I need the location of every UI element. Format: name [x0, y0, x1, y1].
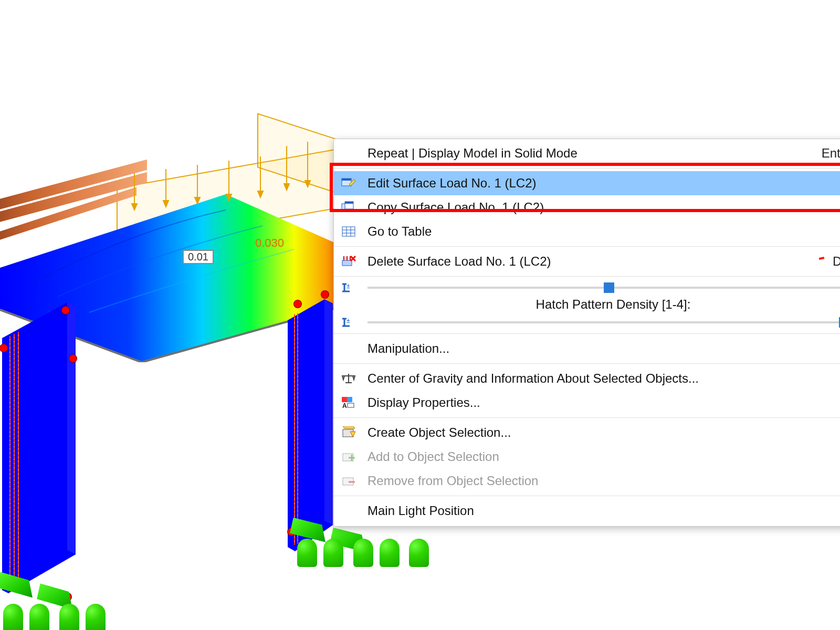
load-opacity-slider[interactable]: ±: [334, 279, 840, 296]
menu-display-properties[interactable]: A Display Properties...: [334, 391, 840, 415]
menu-separator: [334, 246, 840, 247]
menu-center-of-gravity[interactable]: Center of Gravity and Information About …: [334, 366, 840, 391]
load-arrows: [124, 173, 334, 242]
supports-row: [0, 604, 109, 630]
menu-main-light-position[interactable]: Main Light Position: [334, 499, 840, 523]
svg-marker-6: [132, 204, 137, 210]
selection-remove-icon: [339, 471, 358, 490]
svg-rect-47: [348, 403, 354, 407]
menu-delete-surface-load[interactable]: Delete Surface Load No. 1 (LC2) Del: [334, 249, 840, 274]
svg-text:±: ±: [346, 282, 350, 290]
menu-label: Main Light Position: [368, 503, 834, 518]
node-dot: [64, 593, 71, 601]
svg-rect-44: [342, 397, 347, 402]
supports-row: [294, 539, 432, 570]
menu-shortcut: Del: [833, 254, 840, 269]
menu-add-to-object-selection: Add to Object Selection: [334, 445, 840, 469]
svg-rect-45: [347, 397, 352, 402]
menu-go-to-table[interactable]: Go to Table: [334, 219, 840, 244]
rebar: [9, 336, 10, 583]
hatch-density-caption: Hatch Pattern Density [1-4]:: [334, 296, 840, 314]
menu-shortcut: Enter: [822, 146, 840, 161]
menu-separator: [334, 276, 840, 277]
surface-load-box: [117, 149, 339, 248]
slider-track[interactable]: [368, 287, 840, 289]
menu-remove-from-object-selection: Remove from Object Selection: [334, 469, 840, 493]
blank-icon: [339, 339, 358, 358]
beam: [0, 187, 136, 246]
menu-copy-surface-load[interactable]: Copy Surface Load No. 1 (LC2): [334, 195, 840, 219]
svg-marker-10: [195, 197, 200, 204]
menu-label: Center of Gravity and Information About …: [368, 371, 840, 386]
menu-label: Copy Surface Load No. 1 (LC2): [368, 200, 840, 215]
svg-rect-20: [342, 178, 351, 181]
node-dot: [294, 300, 301, 308]
node-dot: [69, 355, 77, 362]
node-dot: [62, 307, 69, 314]
menu-label: Display Properties...: [368, 395, 840, 410]
density-icon: ±: [339, 313, 358, 332]
svg-text:±: ±: [346, 317, 350, 324]
selection-create-icon: [339, 423, 358, 442]
menu-label: Add to Object Selection: [368, 449, 840, 464]
node-dot: [321, 291, 329, 298]
svg-marker-3: [288, 299, 333, 551]
menu-label: Remove from Object Selection: [368, 474, 840, 488]
menu-create-object-selection[interactable]: Create Object Selection...: [334, 421, 840, 445]
svg-rect-23: [345, 202, 353, 204]
svg-text:A: A: [342, 402, 347, 409]
svg-marker-18: [305, 181, 310, 187]
hatch-density-slider[interactable]: ±: [334, 314, 840, 331]
menu-label: Delete Surface Load No. 1 (LC2): [368, 254, 820, 269]
deflection-extreme-label: 0.030: [255, 236, 284, 250]
svg-marker-0: [0, 194, 368, 362]
svg-marker-14: [258, 191, 263, 197]
svg-marker-2: [67, 302, 76, 554]
menu-separator: [334, 168, 840, 169]
wall-panel-right: [288, 299, 340, 562]
context-menu: Repeat | Display Model in Solid Mode Ent…: [333, 139, 840, 527]
rebar: [297, 313, 298, 544]
menu-manipulation[interactable]: Manipulation...: [334, 337, 840, 361]
svg-marker-8: [163, 201, 169, 207]
svg-rect-24: [342, 227, 355, 236]
menu-separator: [334, 496, 840, 496]
delete-load-icon: [339, 252, 358, 271]
beam: [0, 160, 147, 216]
menu-separator: [334, 363, 840, 364]
menu-label: Repeat | Display Model in Solid Mode: [368, 146, 809, 161]
beam: [0, 172, 147, 229]
display-properties-icon: A: [339, 393, 358, 412]
menu-label: Manipulation...: [368, 341, 834, 356]
slider-track[interactable]: [368, 321, 840, 323]
menu-separator: [334, 417, 840, 418]
rebar: [14, 334, 15, 581]
rebar: [294, 314, 295, 545]
deflection-label: 0.01: [183, 250, 214, 264]
opacity-icon: ±: [339, 278, 358, 297]
menu-label: Create Object Selection...: [368, 425, 840, 440]
selection-add-icon: [339, 447, 358, 466]
menu-separator: [334, 333, 840, 334]
svg-marker-12: [226, 194, 232, 201]
node-dot: [0, 344, 7, 352]
slider-thumb[interactable]: [604, 282, 614, 293]
blank-icon: [339, 144, 358, 163]
copy-dialog-icon: [339, 198, 358, 217]
result-contour-slab: [0, 194, 368, 362]
wall-panel-left: [2, 302, 86, 596]
table-icon: [339, 222, 358, 241]
menu-label: Go to Table: [368, 224, 840, 239]
menu-repeat[interactable]: Repeat | Display Model in Solid Mode Ent…: [334, 141, 840, 165]
menu-label: Edit Surface Load No. 1 (LC2): [368, 176, 840, 191]
svg-marker-1: [2, 302, 76, 593]
svg-marker-49: [343, 426, 355, 428]
svg-marker-16: [284, 184, 289, 190]
menu-edit-surface-load[interactable]: Edit Surface Load No. 1 (LC2): [334, 171, 840, 195]
blank-icon: [339, 501, 358, 520]
balance-icon: [339, 369, 358, 388]
supports-row: [0, 570, 75, 613]
rebar: [18, 332, 19, 579]
edit-dialog-icon: [339, 174, 358, 193]
svg-rect-29: [342, 260, 352, 266]
